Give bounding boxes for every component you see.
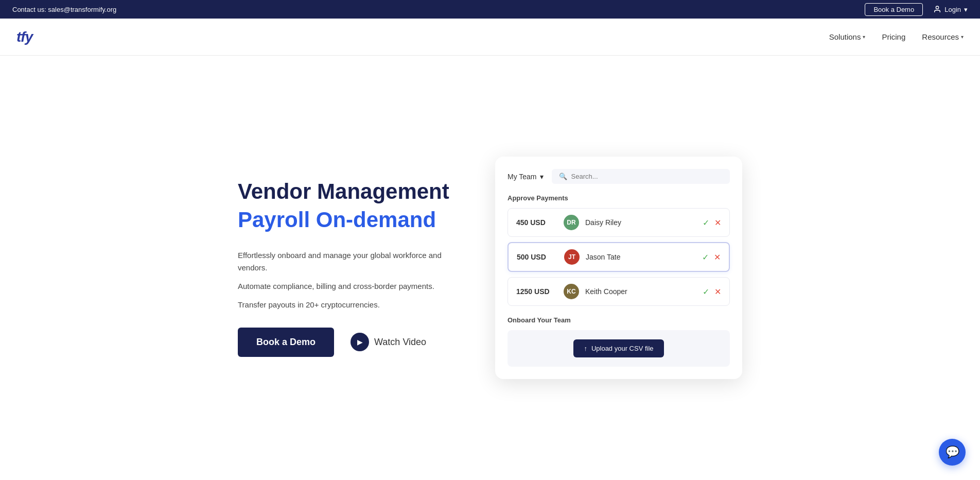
amount-keith: 1250 USD bbox=[516, 287, 557, 296]
payment-row-jason: 500 USD JT Jason Tate ✓ ✕ bbox=[507, 242, 730, 272]
hero-cta: Book a Demo ▶ Watch Video bbox=[238, 328, 454, 357]
dashboard-card: My Team ▾ 🔍 Approve Payments 450 USD DR … bbox=[495, 157, 742, 379]
avatar-jason: JT bbox=[564, 249, 580, 265]
onboard-label: Onboard Your Team bbox=[507, 316, 730, 324]
search-input[interactable] bbox=[571, 173, 723, 180]
approve-jason[interactable]: ✓ bbox=[702, 252, 709, 262]
action-btns-jason: ✓ ✕ bbox=[702, 252, 721, 262]
upload-csv-button[interactable]: ↑ Upload your CSV file bbox=[573, 339, 663, 357]
chat-icon: 💬 bbox=[946, 445, 959, 459]
watch-video-button[interactable]: ▶ Watch Video bbox=[351, 333, 426, 351]
hero-desc-1: Effortlessly onboard and manage your glo… bbox=[238, 249, 454, 274]
pricing-label: Pricing bbox=[882, 32, 905, 41]
upload-csv-label: Upload your CSV file bbox=[591, 345, 654, 352]
reject-daisy[interactable]: ✕ bbox=[714, 218, 721, 228]
hero-subtitle: Payroll On-demand bbox=[238, 207, 454, 233]
dashboard-header: My Team ▾ 🔍 bbox=[507, 169, 730, 184]
amount-jason: 500 USD bbox=[517, 253, 558, 261]
payment-row-daisy: 450 USD DR Daisy Riley ✓ ✕ bbox=[507, 208, 730, 237]
top-bar: Contact us: sales@transformify.org Book … bbox=[0, 0, 980, 19]
avatar-daisy: DR bbox=[564, 215, 579, 230]
reject-keith[interactable]: ✕ bbox=[714, 287, 721, 297]
payment-row-keith: 1250 USD KC Keith Cooper ✓ ✕ bbox=[507, 277, 730, 306]
hero-section: Vendor Management Payroll On-demand Effo… bbox=[0, 56, 980, 480]
approve-payments-label: Approve Payments bbox=[507, 194, 730, 202]
amount-daisy: 450 USD bbox=[516, 218, 557, 227]
avatar-keith: KC bbox=[564, 284, 579, 299]
solutions-chevron: ▾ bbox=[863, 34, 865, 40]
search-box[interactable]: 🔍 bbox=[552, 169, 730, 184]
my-team-label: My Team bbox=[507, 173, 537, 181]
contact-info: Contact us: sales@transformify.org bbox=[12, 6, 116, 13]
hero-desc-3: Transfer payouts in 20+ cryptocurrencies… bbox=[238, 299, 454, 311]
nav-links: Solutions ▾ Pricing Resources ▾ bbox=[829, 32, 964, 41]
my-team-dropdown[interactable]: My Team ▾ bbox=[507, 173, 544, 181]
chat-bubble[interactable]: 💬 bbox=[939, 439, 966, 466]
logo[interactable]: tfy bbox=[16, 29, 32, 45]
nav-solutions[interactable]: Solutions ▾ bbox=[829, 32, 866, 41]
my-team-chevron: ▾ bbox=[540, 173, 544, 181]
onboard-section: Onboard Your Team ↑ Upload your CSV file bbox=[507, 316, 730, 367]
resources-chevron: ▾ bbox=[961, 34, 964, 40]
onboard-area: ↑ Upload your CSV file bbox=[507, 330, 730, 367]
approve-daisy[interactable]: ✓ bbox=[703, 218, 709, 228]
top-book-demo-button[interactable]: Book a Demo bbox=[865, 3, 923, 16]
hero-desc-2: Automate compliance, billing and cross-b… bbox=[238, 280, 454, 293]
login-label: Login bbox=[944, 6, 961, 13]
login-button[interactable]: Login ▾ bbox=[933, 5, 968, 13]
watch-video-label: Watch Video bbox=[374, 337, 426, 348]
resources-label: Resources bbox=[922, 32, 959, 41]
reject-jason[interactable]: ✕ bbox=[714, 252, 721, 262]
action-btns-daisy: ✓ ✕ bbox=[703, 218, 721, 228]
svg-point-0 bbox=[936, 6, 939, 9]
hero-left: Vendor Management Payroll On-demand Effo… bbox=[238, 179, 454, 357]
top-bar-right: Book a Demo Login ▾ bbox=[865, 3, 968, 16]
search-icon: 🔍 bbox=[559, 173, 567, 180]
name-jason: Jason Tate bbox=[586, 253, 696, 261]
upload-icon: ↑ bbox=[584, 345, 587, 352]
name-daisy: Daisy Riley bbox=[585, 218, 696, 227]
hero-title: Vendor Management bbox=[238, 179, 454, 204]
solutions-label: Solutions bbox=[829, 32, 861, 41]
main-nav: tfy Solutions ▾ Pricing Resources ▾ bbox=[0, 19, 980, 56]
action-btns-keith: ✓ ✕ bbox=[703, 287, 721, 297]
login-chevron: ▾ bbox=[964, 6, 968, 13]
play-icon: ▶ bbox=[351, 333, 369, 351]
nav-pricing[interactable]: Pricing bbox=[882, 32, 905, 41]
login-icon bbox=[933, 5, 941, 13]
name-keith: Keith Cooper bbox=[585, 287, 696, 296]
approve-keith[interactable]: ✓ bbox=[703, 287, 709, 297]
hero-book-demo-button[interactable]: Book a Demo bbox=[238, 328, 334, 357]
nav-resources[interactable]: Resources ▾ bbox=[922, 32, 964, 41]
hero-right: My Team ▾ 🔍 Approve Payments 450 USD DR … bbox=[495, 157, 742, 379]
